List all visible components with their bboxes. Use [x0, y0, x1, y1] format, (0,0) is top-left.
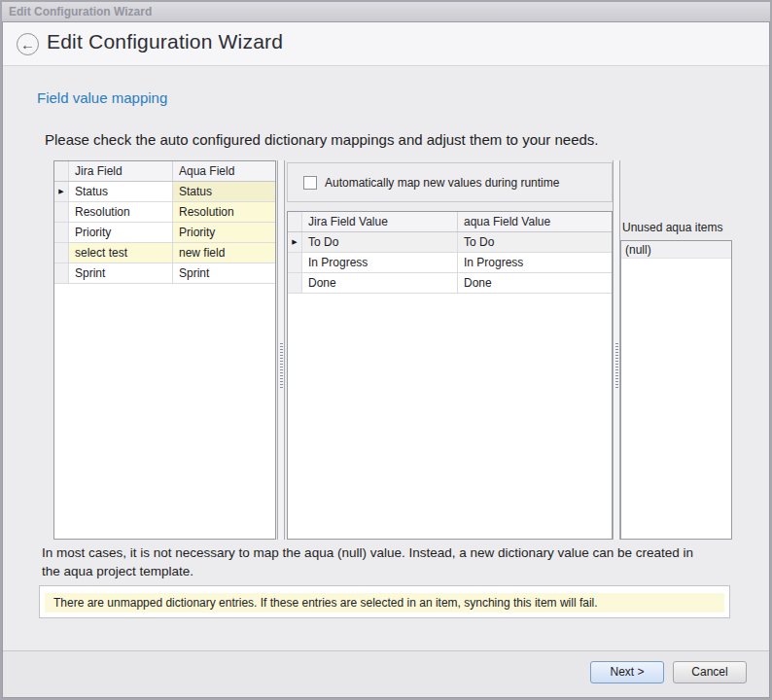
field-row-select-test[interactable]: select test new field	[54, 243, 275, 263]
warning-text: There are unmapped dictionary entries. I…	[45, 593, 724, 612]
aqua-field-cell: Priority	[173, 223, 275, 242]
aqua-value-cell: Done	[458, 273, 612, 293]
window-client-area: ← Edit Configuration Wizard Field value …	[2, 21, 770, 698]
current-row-arrow-icon: ▶	[58, 188, 63, 195]
aqua-field-cell: Resolution	[173, 202, 275, 222]
warning-box: There are unmapped dictionary entries. I…	[39, 585, 730, 618]
instruction-text: Please check the auto configured diction…	[45, 131, 599, 148]
column-header-jira-field-value[interactable]: Jira Field Value	[302, 212, 458, 231]
wizard-window: Edit Configuration Wizard ← Edit Configu…	[0, 0, 772, 700]
row-selector	[54, 243, 69, 262]
column-header-aqua-field[interactable]: Aqua Field	[173, 161, 275, 181]
aqua-value-cell: In Progress	[458, 253, 612, 272]
row-selector: ▶	[54, 182, 69, 201]
unused-items-listbox: (null)	[620, 240, 732, 540]
unused-items-label: Unused aqua items	[622, 221, 722, 234]
aqua-field-cell: new field	[173, 243, 275, 262]
row-selector-header	[54, 161, 69, 181]
aqua-field-cell: Status	[173, 182, 275, 201]
value-grid-header: Jira Field Value aqua Field Value	[288, 212, 612, 232]
splitter-grip-icon	[280, 343, 283, 388]
value-mapping-grid: Jira Field Value aqua Field Value ▶ To D…	[287, 211, 613, 540]
section-title: Field value mapping	[37, 89, 167, 106]
jira-field-cell: select test	[69, 243, 173, 262]
field-row-priority[interactable]: Priority Priority	[54, 223, 275, 243]
row-selector	[54, 202, 69, 222]
jira-field-cell: Sprint	[69, 263, 173, 283]
field-row-sprint[interactable]: Sprint Sprint	[54, 263, 275, 284]
window-titlebar[interactable]: Edit Configuration Wizard	[2, 2, 770, 21]
jira-field-cell: Status	[69, 182, 173, 201]
auto-map-groupbox: Automatically map new values during runt…	[287, 162, 613, 202]
row-selector-header	[288, 212, 302, 231]
jira-field-cell: Priority	[69, 223, 173, 242]
right-splitter[interactable]	[613, 160, 620, 540]
aqua-field-cell: Sprint	[173, 263, 275, 283]
row-selector	[54, 263, 69, 283]
splitter-grip-icon	[615, 343, 618, 388]
cancel-button[interactable]: Cancel	[673, 661, 747, 683]
field-row-status[interactable]: ▶ Status Status	[54, 182, 275, 202]
note-text: In most cases, it is not necessary to ma…	[42, 544, 715, 580]
jira-value-cell: To Do	[302, 232, 458, 252]
current-row-arrow-icon: ▶	[292, 238, 297, 246]
aqua-value-cell: To Do	[458, 232, 612, 252]
row-selector	[54, 223, 69, 242]
field-row-resolution[interactable]: Resolution Resolution	[54, 202, 275, 223]
row-selector: ▶	[288, 232, 302, 252]
back-arrow-icon: ←	[20, 36, 35, 52]
wizard-header: ← Edit Configuration Wizard	[3, 22, 769, 66]
value-row-done[interactable]: Done Done	[288, 273, 612, 294]
next-button[interactable]: Next >	[590, 661, 664, 683]
footer-bar: Next > Cancel	[3, 650, 769, 697]
value-row-in-progress[interactable]: In Progress In Progress	[288, 253, 612, 273]
titlebar-text: Edit Configuration Wizard	[9, 5, 152, 18]
row-selector	[288, 253, 302, 272]
jira-field-cell: Resolution	[69, 202, 173, 222]
column-header-jira-field[interactable]: Jira Field	[69, 161, 173, 181]
value-row-todo[interactable]: ▶ To Do To Do	[288, 232, 612, 253]
field-mapping-grid: Jira Field Aqua Field ▶ Status Status Re…	[53, 160, 276, 540]
jira-value-cell: Done	[302, 273, 458, 293]
column-header-aqua-field-value[interactable]: aqua Field Value	[458, 212, 612, 231]
unused-item-null[interactable]: (null)	[621, 241, 731, 259]
field-grid-header: Jira Field Aqua Field	[54, 161, 275, 182]
auto-map-checkbox-label: Automatically map new values during runt…	[325, 176, 559, 190]
page-title: Edit Configuration Wizard	[47, 30, 283, 53]
auto-map-checkbox[interactable]	[303, 176, 317, 190]
row-selector	[288, 273, 302, 293]
jira-value-cell: In Progress	[302, 253, 458, 272]
left-splitter[interactable]	[277, 160, 285, 540]
back-button[interactable]: ←	[17, 33, 39, 55]
